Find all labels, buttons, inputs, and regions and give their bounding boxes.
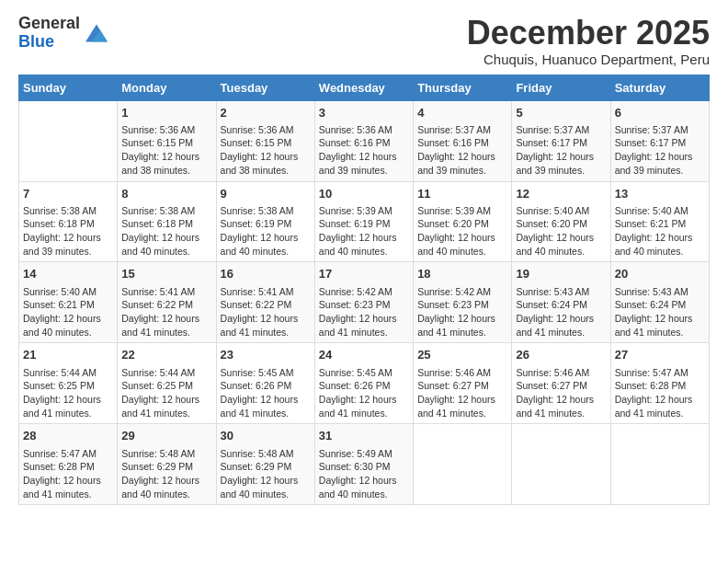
day-number: 14 [23, 266, 113, 282]
calendar-cell [512, 424, 610, 505]
day-info: Sunrise: 5:48 AMSunset: 6:29 PMDaylight:… [121, 447, 211, 501]
calendar-cell [610, 424, 709, 505]
day-number: 13 [615, 186, 705, 202]
calendar-cell: 8Sunrise: 5:38 AMSunset: 6:18 PMDaylight… [118, 181, 216, 262]
day-number: 29 [121, 428, 211, 444]
day-number: 30 [221, 428, 311, 444]
calendar-cell: 27Sunrise: 5:47 AMSunset: 6:28 PMDayligh… [610, 343, 709, 424]
calendar-cell: 5Sunrise: 5:37 AMSunset: 6:17 PMDaylight… [512, 100, 610, 181]
day-info: Sunrise: 5:40 AMSunset: 6:20 PMDaylight:… [516, 204, 606, 259]
day-number: 24 [319, 347, 409, 363]
day-info: Sunrise: 5:36 AMSunset: 6:15 PMDaylight:… [121, 123, 211, 178]
day-number: 8 [121, 186, 211, 202]
day-number: 1 [121, 105, 211, 121]
calendar-cell: 22Sunrise: 5:44 AMSunset: 6:25 PMDayligh… [118, 343, 216, 424]
day-number: 10 [319, 186, 409, 202]
day-info: Sunrise: 5:42 AMSunset: 6:23 PMDaylight:… [319, 285, 409, 339]
calendar-cell: 25Sunrise: 5:46 AMSunset: 6:27 PMDayligh… [414, 343, 512, 424]
day-info: Sunrise: 5:44 AMSunset: 6:25 PMDaylight:… [23, 366, 113, 420]
calendar-cell: 12Sunrise: 5:40 AMSunset: 6:20 PMDayligh… [512, 181, 610, 262]
calendar-cell: 29Sunrise: 5:48 AMSunset: 6:29 PMDayligh… [118, 424, 216, 505]
subtitle: Chuquis, Huanuco Department, Peru [467, 52, 710, 67]
day-info: Sunrise: 5:44 AMSunset: 6:25 PMDaylight:… [121, 366, 211, 420]
day-number: 19 [516, 266, 606, 282]
day-number: 31 [319, 428, 409, 444]
main-title: December 2025 [467, 15, 710, 52]
day-number: 12 [516, 186, 606, 202]
calendar-cell: 18Sunrise: 5:42 AMSunset: 6:23 PMDayligh… [414, 262, 512, 343]
day-info: Sunrise: 5:41 AMSunset: 6:22 PMDaylight:… [121, 285, 211, 339]
day-number: 17 [319, 266, 409, 282]
day-info: Sunrise: 5:46 AMSunset: 6:27 PMDaylight:… [417, 366, 507, 420]
day-number: 20 [615, 266, 705, 282]
column-header-sunday: Sunday [19, 75, 118, 100]
calendar-cell [414, 424, 512, 505]
day-number: 16 [221, 266, 311, 282]
day-info: Sunrise: 5:47 AMSunset: 6:28 PMDaylight:… [615, 366, 705, 420]
day-info: Sunrise: 5:43 AMSunset: 6:24 PMDaylight:… [615, 285, 705, 339]
calendar-cell [19, 100, 118, 181]
calendar-cell: 28Sunrise: 5:47 AMSunset: 6:28 PMDayligh… [19, 424, 118, 505]
column-header-monday: Monday [118, 75, 216, 100]
day-info: Sunrise: 5:38 AMSunset: 6:18 PMDaylight:… [23, 204, 113, 259]
day-number: 7 [23, 186, 113, 202]
calendar-cell: 7Sunrise: 5:38 AMSunset: 6:18 PMDaylight… [19, 181, 118, 262]
calendar-cell: 13Sunrise: 5:40 AMSunset: 6:21 PMDayligh… [610, 181, 709, 262]
day-info: Sunrise: 5:38 AMSunset: 6:19 PMDaylight:… [221, 204, 311, 259]
column-header-thursday: Thursday [414, 75, 512, 100]
calendar-cell: 21Sunrise: 5:44 AMSunset: 6:25 PMDayligh… [19, 343, 118, 424]
day-number: 2 [221, 105, 311, 121]
day-number: 5 [516, 105, 606, 121]
day-info: Sunrise: 5:45 AMSunset: 6:26 PMDaylight:… [221, 366, 311, 420]
day-info: Sunrise: 5:36 AMSunset: 6:16 PMDaylight:… [319, 123, 409, 178]
header-row: SundayMondayTuesdayWednesdayThursdayFrid… [19, 75, 710, 100]
day-info: Sunrise: 5:37 AMSunset: 6:16 PMDaylight:… [417, 123, 507, 178]
calendar-table: SundayMondayTuesdayWednesdayThursdayFrid… [18, 75, 710, 506]
day-info: Sunrise: 5:40 AMSunset: 6:21 PMDaylight:… [23, 285, 113, 339]
day-info: Sunrise: 5:37 AMSunset: 6:17 PMDaylight:… [516, 123, 606, 178]
calendar-cell: 14Sunrise: 5:40 AMSunset: 6:21 PMDayligh… [19, 262, 118, 343]
title-block: December 2025 Chuquis, Huanuco Departmen… [467, 15, 710, 67]
page-header: General Blue December 2025 Chuquis, Huan… [18, 15, 710, 67]
calendar-cell: 31Sunrise: 5:49 AMSunset: 6:30 PMDayligh… [314, 424, 413, 505]
day-number: 11 [417, 186, 507, 202]
day-number: 21 [23, 347, 113, 363]
day-number: 3 [319, 105, 409, 121]
calendar-cell: 24Sunrise: 5:45 AMSunset: 6:26 PMDayligh… [314, 343, 413, 424]
day-number: 4 [417, 105, 507, 121]
logo: General Blue [18, 15, 108, 52]
logo-blue-text: Blue [18, 33, 80, 52]
calendar-cell: 9Sunrise: 5:38 AMSunset: 6:19 PMDaylight… [216, 181, 314, 262]
day-info: Sunrise: 5:46 AMSunset: 6:27 PMDaylight:… [516, 366, 606, 420]
column-header-friday: Friday [512, 75, 610, 100]
calendar-cell: 23Sunrise: 5:45 AMSunset: 6:26 PMDayligh… [216, 343, 314, 424]
week-row-1: 1Sunrise: 5:36 AMSunset: 6:15 PMDaylight… [19, 100, 710, 181]
logo-general-text: General [18, 15, 80, 33]
calendar-cell: 4Sunrise: 5:37 AMSunset: 6:16 PMDaylight… [414, 100, 512, 181]
day-number: 6 [615, 105, 705, 121]
calendar-cell: 20Sunrise: 5:43 AMSunset: 6:24 PMDayligh… [610, 262, 709, 343]
day-number: 23 [221, 347, 311, 363]
calendar-cell: 17Sunrise: 5:42 AMSunset: 6:23 PMDayligh… [314, 262, 413, 343]
day-number: 26 [516, 347, 606, 363]
day-info: Sunrise: 5:39 AMSunset: 6:20 PMDaylight:… [417, 204, 507, 259]
column-header-tuesday: Tuesday [216, 75, 314, 100]
column-header-saturday: Saturday [610, 75, 709, 100]
calendar-cell: 10Sunrise: 5:39 AMSunset: 6:19 PMDayligh… [314, 181, 413, 262]
day-info: Sunrise: 5:45 AMSunset: 6:26 PMDaylight:… [319, 366, 409, 420]
day-info: Sunrise: 5:43 AMSunset: 6:24 PMDaylight:… [516, 285, 606, 339]
calendar-cell: 30Sunrise: 5:48 AMSunset: 6:29 PMDayligh… [216, 424, 314, 505]
calendar-cell: 11Sunrise: 5:39 AMSunset: 6:20 PMDayligh… [414, 181, 512, 262]
calendar-cell: 2Sunrise: 5:36 AMSunset: 6:15 PMDaylight… [216, 100, 314, 181]
day-number: 28 [23, 428, 113, 444]
day-info: Sunrise: 5:36 AMSunset: 6:15 PMDaylight:… [221, 123, 311, 178]
day-info: Sunrise: 5:49 AMSunset: 6:30 PMDaylight:… [319, 447, 409, 501]
calendar-cell: 16Sunrise: 5:41 AMSunset: 6:22 PMDayligh… [216, 262, 314, 343]
day-info: Sunrise: 5:38 AMSunset: 6:18 PMDaylight:… [121, 204, 211, 259]
day-number: 27 [615, 347, 705, 363]
day-number: 25 [417, 347, 507, 363]
calendar-cell: 15Sunrise: 5:41 AMSunset: 6:22 PMDayligh… [118, 262, 216, 343]
logo-icon [85, 24, 108, 42]
calendar-cell: 6Sunrise: 5:37 AMSunset: 6:17 PMDaylight… [610, 100, 709, 181]
calendar-cell: 26Sunrise: 5:46 AMSunset: 6:27 PMDayligh… [512, 343, 610, 424]
